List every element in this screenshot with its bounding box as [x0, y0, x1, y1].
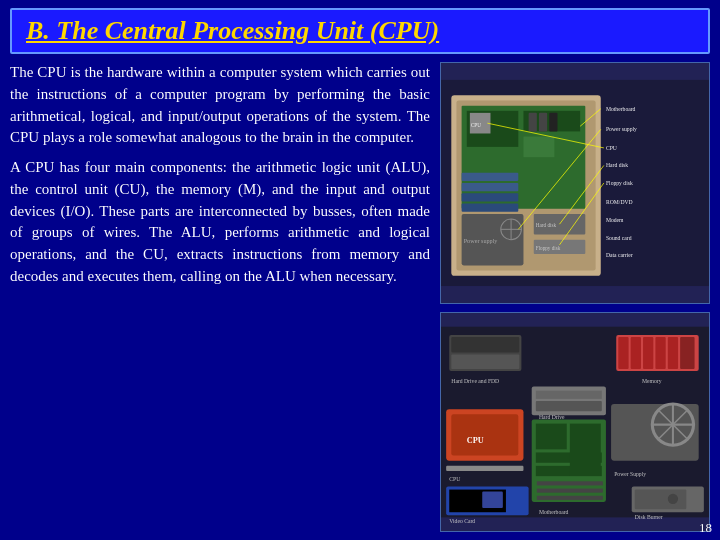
- cpu-components-image: Hard Drive and FDD Memory CPU: [440, 312, 710, 532]
- svg-text:Hard disk: Hard disk: [606, 162, 628, 168]
- svg-point-66: [668, 494, 678, 504]
- svg-text:Motherboard: Motherboard: [606, 106, 636, 112]
- svg-text:Modem: Modem: [606, 217, 624, 223]
- svg-rect-41: [451, 337, 519, 352]
- svg-rect-36: [462, 183, 519, 191]
- svg-rect-38: [462, 204, 519, 212]
- svg-rect-76: [570, 423, 601, 475]
- svg-rect-35: [462, 173, 519, 181]
- svg-text:Data carrier: Data carrier: [606, 252, 633, 258]
- computer-case-image: CPU Power supply: [440, 62, 710, 304]
- svg-text:CPU: CPU: [467, 436, 484, 445]
- svg-text:CPU: CPU: [449, 476, 460, 482]
- svg-text:Hard disk: Hard disk: [536, 222, 557, 228]
- svg-text:Power supply: Power supply: [464, 237, 499, 244]
- svg-rect-42: [451, 354, 519, 368]
- components-diagram-svg: Hard Drive and FDD Memory CPU: [441, 313, 709, 531]
- svg-rect-55: [446, 466, 523, 471]
- svg-rect-9: [529, 113, 537, 132]
- svg-rect-10: [539, 113, 547, 132]
- page: B. The Central Processing Unit (CPU) The…: [0, 0, 720, 540]
- svg-text:Sound card: Sound card: [606, 235, 632, 241]
- svg-rect-37: [462, 193, 519, 201]
- svg-rect-78: [537, 488, 603, 492]
- svg-text:Power Supply: Power Supply: [614, 471, 646, 477]
- svg-rect-49: [668, 337, 678, 369]
- page-title: B. The Central Processing Unit (CPU): [26, 16, 694, 46]
- text-content: The CPU is the hardware within a compute…: [10, 62, 430, 532]
- svg-text:Power supply: Power supply: [606, 126, 637, 132]
- svg-rect-79: [537, 496, 603, 500]
- svg-rect-46: [631, 337, 641, 369]
- svg-text:CPU: CPU: [606, 145, 617, 151]
- svg-rect-83: [536, 401, 602, 411]
- svg-text:Video Card: Video Card: [449, 517, 475, 523]
- title-bar: B. The Central Processing Unit (CPU): [10, 8, 710, 54]
- paragraph-2: A CPU has four main components: the arit…: [10, 157, 430, 288]
- svg-text:Hard Drive: Hard Drive: [539, 414, 565, 420]
- svg-rect-45: [618, 337, 628, 369]
- svg-text:Disk Burner: Disk Burner: [635, 514, 663, 520]
- images-column: CPU Power supply: [440, 62, 710, 532]
- svg-rect-65: [635, 489, 687, 509]
- case-diagram-svg: CPU Power supply: [441, 63, 709, 303]
- svg-rect-77: [537, 481, 603, 485]
- svg-rect-50: [680, 337, 694, 369]
- page-number: 18: [699, 520, 712, 536]
- svg-rect-6: [523, 137, 554, 158]
- svg-rect-11: [549, 113, 557, 132]
- svg-text:Motherboard: Motherboard: [539, 509, 569, 515]
- svg-text:Memory: Memory: [642, 378, 662, 384]
- svg-rect-48: [655, 337, 665, 369]
- svg-text:Hard Drive and FDD: Hard Drive and FDD: [451, 378, 499, 384]
- svg-rect-82: [536, 391, 602, 399]
- svg-rect-53: [451, 414, 518, 455]
- svg-text:ROM/DVD: ROM/DVD: [606, 199, 633, 205]
- content-area: The CPU is the hardware within a compute…: [10, 62, 710, 532]
- svg-text:CPU: CPU: [471, 122, 481, 128]
- svg-rect-70: [482, 492, 503, 508]
- paragraph-1: The CPU is the hardware within a compute…: [10, 62, 430, 149]
- svg-text:Floppy disk: Floppy disk: [536, 245, 561, 251]
- svg-rect-73: [536, 423, 567, 449]
- svg-text:Floppy disk: Floppy disk: [606, 180, 633, 186]
- svg-rect-47: [643, 337, 653, 369]
